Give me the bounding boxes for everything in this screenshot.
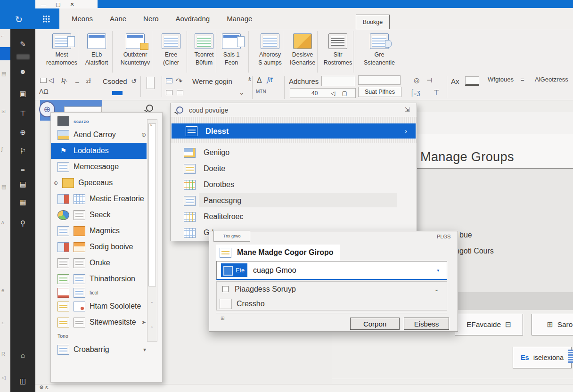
menu-item-thinathorsion[interactable]: Thinathorsion bbox=[51, 271, 162, 287]
option-row[interactable]: Piaagdess Soruyp ⌄ bbox=[217, 282, 447, 296]
search-icon[interactable] bbox=[146, 105, 153, 112]
tab-meons[interactable]: Meons bbox=[72, 15, 93, 23]
integral-icon[interactable]: ⌠₂ʒ bbox=[410, 89, 420, 96]
tee-icon[interactable]: ⊤ bbox=[434, 89, 439, 96]
panel-icon[interactable] bbox=[16, 54, 30, 59]
ok-button[interactable]: Eisbess bbox=[404, 318, 449, 330]
menu-item-sitewmesitste[interactable]: Sitewmesitste➤ bbox=[51, 314, 162, 330]
select-button[interactable]: Es iselexiona bbox=[513, 347, 572, 368]
wfgtoues-label[interactable]: Wfgtoues bbox=[488, 76, 514, 83]
ribbon-group-5[interactable]: TconretB0fum bbox=[188, 29, 220, 74]
menu-item-croabarrig[interactable]: Croabarrig▾ bbox=[51, 342, 162, 358]
menu-item-sodig-booive[interactable]: Sodig booive bbox=[51, 239, 162, 255]
chevron-down-icon[interactable]: ⌄ bbox=[434, 286, 439, 293]
list-icon[interactable] bbox=[166, 78, 172, 83]
menu-item-scarzo[interactable]: scarzo bbox=[51, 115, 162, 127]
tab-manage[interactable]: Manage bbox=[227, 15, 252, 23]
script-icon[interactable]: ʃit bbox=[267, 76, 272, 83]
tab-aane[interactable]: Aane bbox=[110, 15, 126, 23]
menu-item-lodotades[interactable]: ⚑Lodotades bbox=[51, 143, 147, 159]
list-icon[interactable]: ≡ bbox=[10, 165, 35, 173]
signpost-icon[interactable]: ⊤ bbox=[10, 109, 35, 118]
lasso-icon[interactable]: ↷ bbox=[176, 76, 182, 86]
photo-icon[interactable] bbox=[40, 78, 47, 83]
menu-item-htam-soololete[interactable]: Htam Soololete bbox=[51, 298, 162, 314]
target-icon[interactable]: ◎ bbox=[414, 76, 419, 84]
menu-item-oruke[interactable]: Oruke bbox=[51, 255, 162, 271]
stack-icon[interactable]: ▤ bbox=[10, 180, 35, 188]
menu-item-mestic-ereatorie[interactable]: Mestic Ereatorie bbox=[51, 191, 162, 207]
flag-icon[interactable]: ⚐ bbox=[10, 147, 35, 155]
palette-item-doeite[interactable]: Doeite bbox=[171, 161, 417, 177]
palette-item-geniigo[interactable]: Geniigo bbox=[171, 145, 417, 161]
menu-item-magmics[interactable]: Magmics bbox=[51, 223, 162, 239]
bookge-box[interactable]: Bookge bbox=[356, 15, 390, 29]
tab-nero[interactable]: Nero bbox=[143, 15, 159, 23]
box-icon[interactable] bbox=[166, 90, 172, 95]
expand-icon[interactable]: ⇲ bbox=[405, 106, 410, 113]
group-color-chip[interactable]: Ete bbox=[221, 263, 247, 277]
refresh-icon[interactable]: ↻ bbox=[15, 14, 23, 25]
ribbon-group-1[interactable]: Mestreamomoes bbox=[40, 29, 83, 74]
cancel-button[interactable]: Corpon bbox=[350, 318, 400, 330]
empty-input[interactable] bbox=[321, 76, 355, 86]
chevron-down-icon[interactable]: ⌄ bbox=[239, 89, 245, 96]
empty-field[interactable] bbox=[358, 75, 401, 85]
ribbon-group-9[interactable]: SitrRostromes bbox=[320, 29, 355, 74]
menu-item-memcesaoge[interactable]: Memcesaoge bbox=[51, 159, 162, 175]
menu-item-tono[interactable]: Tono bbox=[51, 330, 162, 342]
tack-icon[interactable]: ⊣ bbox=[426, 76, 432, 84]
brush-icon[interactable]: ✎ bbox=[10, 40, 35, 49]
ribbon-group-2[interactable]: ELbAlatsfiort bbox=[80, 29, 113, 74]
ageoteress-label[interactable]: AiGeotzress bbox=[535, 76, 568, 83]
ribbon-group-3[interactable]: OutixtenrNcuntetnyv bbox=[115, 29, 156, 74]
palette-search[interactable]: coud povuige bbox=[171, 103, 417, 117]
strikethrough-icon[interactable]: ₄ɺ bbox=[86, 77, 90, 84]
checkbox[interactable] bbox=[222, 286, 229, 292]
sual-field[interactable]: Suat Plfnes bbox=[358, 87, 401, 97]
menu-item-ficol[interactable]: ficol bbox=[51, 287, 162, 298]
tri-left-icon[interactable]: ◁ bbox=[331, 90, 335, 97]
ribbon-group-10[interactable]: GreSsteanentie bbox=[357, 29, 401, 74]
ax-label[interactable]: Ax bbox=[451, 77, 459, 85]
ribbon-group-4[interactable]: Eree(Ciner bbox=[155, 29, 188, 74]
dialog-tab[interactable]: Tnx grwo bbox=[213, 231, 250, 242]
menu-item-aend-carroy[interactable]: Aend Carroy⊕ bbox=[51, 127, 162, 143]
globe-icon[interactable]: ⊕ bbox=[10, 128, 35, 137]
person-icon[interactable]: ☻ bbox=[10, 67, 35, 75]
menu-item-gpeceaus[interactable]: ⊕Gpeceaus bbox=[51, 175, 162, 191]
saro-button[interactable]: ⊞ Saro bbox=[532, 314, 573, 335]
close-button[interactable]: ✕ bbox=[70, 1, 74, 8]
palette-item-realitelroec[interactable]: Realitelroec bbox=[171, 209, 417, 225]
chevron-down-icon[interactable]: ▾ bbox=[437, 268, 439, 273]
people-icon[interactable]: ΛΩ bbox=[39, 88, 49, 95]
ribbon-group-6[interactable]: Sais 1Feon bbox=[218, 29, 245, 74]
app-launcher-icon[interactable] bbox=[42, 15, 50, 23]
highlight-color-bar[interactable] bbox=[112, 91, 123, 95]
basket-icon[interactable]: ⌂ bbox=[10, 351, 35, 359]
card-icon[interactable]: ◫ bbox=[10, 377, 35, 385]
scrollbar[interactable]: ɕ ⌄ ⌃ bbox=[147, 119, 157, 342]
adchures-label[interactable]: Adchures bbox=[289, 77, 319, 85]
ribbon-group-7[interactable]: AhorosyS aumps bbox=[255, 29, 285, 74]
menu-item-seeck[interactable]: Seeck bbox=[51, 207, 162, 223]
palette-item-selected[interactable]: Dlesst › bbox=[172, 123, 416, 139]
palette-item-dorotbes[interactable]: Dorotbes bbox=[171, 177, 417, 193]
square-icon[interactable]: ▢ bbox=[342, 90, 347, 97]
group-name-input[interactable]: Ete cuagp Gmoo ▾ bbox=[216, 261, 447, 280]
bag-icon[interactable]: ▣ bbox=[10, 90, 35, 98]
maximize-button[interactable]: ▢ bbox=[56, 1, 60, 8]
reading-pane-icon[interactable] bbox=[465, 76, 479, 86]
delta-icon[interactable]: Δ bbox=[257, 76, 262, 85]
undo-icon[interactable]: ↺ bbox=[131, 77, 137, 85]
cursor-icon[interactable]: ◁ bbox=[49, 76, 54, 84]
csoded-label[interactable]: Csoded bbox=[103, 77, 127, 85]
clipboard-icon[interactable] bbox=[147, 77, 155, 89]
image-icon[interactable]: ▦ bbox=[10, 198, 35, 206]
palette-item-panecsgng[interactable]: Panecsgng bbox=[171, 193, 417, 209]
signature-icon[interactable]: Ʀ· bbox=[61, 77, 68, 84]
size-input[interactable]: 40 ◁ ▢ bbox=[290, 88, 356, 98]
search-person-icon[interactable]: ⚲ bbox=[10, 219, 35, 228]
option-row[interactable]: Cressho bbox=[217, 296, 447, 311]
tab-aovdradng[interactable]: Aovdradng bbox=[176, 15, 210, 23]
